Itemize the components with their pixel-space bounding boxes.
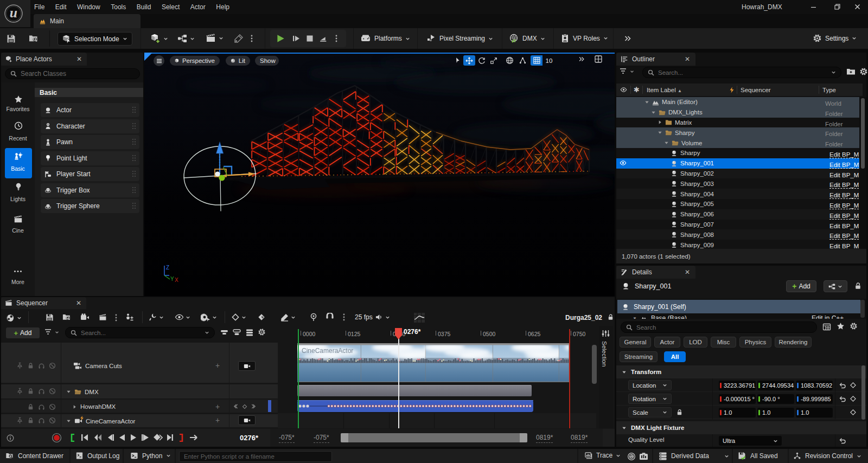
svg-text:u: u <box>10 5 17 21</box>
svg-text:CineCameraActor: CineCameraActor <box>302 347 353 355</box>
